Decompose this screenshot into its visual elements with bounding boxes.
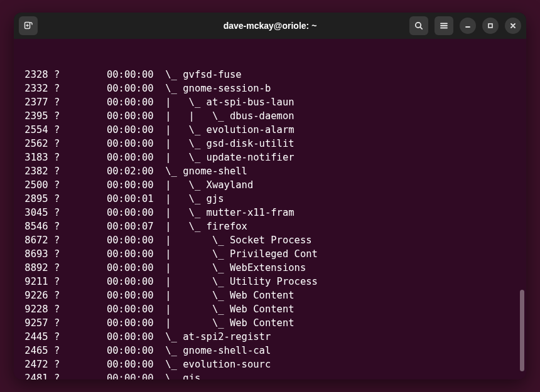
pid: 9226 bbox=[19, 289, 48, 302]
pid: 2395 bbox=[19, 109, 48, 123]
pid: 2377 bbox=[19, 95, 48, 109]
menu-button[interactable] bbox=[435, 16, 453, 35]
process-cmd: | \_ Web Content bbox=[165, 317, 294, 329]
pid: 8546 bbox=[19, 220, 48, 233]
process-row: 9226?00:00:00| \_ Web Content bbox=[19, 289, 521, 302]
pid: 8672 bbox=[19, 233, 48, 247]
process-row: 9211?00:00:00| \_ Utility Process bbox=[19, 275, 521, 289]
close-button[interactable] bbox=[505, 18, 521, 34]
process-row: 2472?00:00:00\_ evolution-sourc bbox=[19, 358, 521, 371]
tty: ? bbox=[48, 178, 60, 192]
process-cmd: | \_ Xwayland bbox=[165, 179, 253, 191]
process-row: 2332?00:00:00\_ gnome-session-b bbox=[19, 82, 521, 95]
process-cmd: | \_ Socket Process bbox=[165, 235, 311, 246]
scrollbar-thumb[interactable] bbox=[520, 290, 524, 371]
cpu-time: 00:00:00 bbox=[107, 330, 154, 344]
process-row: 2500?00:00:00| \_ Xwayland bbox=[19, 178, 521, 192]
pid: 2445 bbox=[19, 330, 48, 344]
tty: ? bbox=[48, 302, 60, 316]
pid: 2895 bbox=[19, 192, 48, 206]
process-row: 2395?00:00:00| | \_ dbus-daemon bbox=[19, 109, 521, 123]
process-row: 2562?00:00:00| \_ gsd-disk-utilit bbox=[19, 137, 521, 151]
tty: ? bbox=[48, 261, 60, 275]
process-row: 3183?00:00:00| \_ update-notifier bbox=[19, 151, 521, 164]
pid: 2481 bbox=[19, 371, 48, 379]
pid: 2554 bbox=[19, 123, 48, 137]
pid: 9257 bbox=[19, 316, 48, 330]
close-icon bbox=[509, 21, 517, 30]
process-row: 8672?00:00:00| \_ Socket Process bbox=[19, 233, 521, 247]
cpu-time: 00:00:00 bbox=[107, 233, 154, 247]
cpu-time: 00:00:00 bbox=[107, 109, 154, 123]
hamburger-icon bbox=[439, 21, 449, 31]
new-tab-button[interactable] bbox=[19, 16, 38, 35]
tty: ? bbox=[48, 275, 60, 289]
terminal-window: dave-mckay@oriole: ~ bbox=[14, 13, 526, 379]
process-cmd: \_ gnome-session-b bbox=[165, 83, 271, 94]
new-tab-icon bbox=[23, 21, 33, 31]
tty: ? bbox=[48, 289, 60, 302]
process-cmd: \_ evolution-sourc bbox=[165, 359, 271, 370]
titlebar: dave-mckay@oriole: ~ bbox=[14, 13, 526, 39]
cpu-time: 00:00:00 bbox=[107, 371, 154, 379]
process-cmd: | \_ firefox bbox=[165, 221, 247, 232]
process-cmd: | \_ WebExtensions bbox=[165, 262, 306, 273]
process-cmd: \_ gnome-shell-cal bbox=[165, 345, 271, 356]
tty: ? bbox=[48, 109, 60, 123]
cpu-time: 00:00:01 bbox=[107, 192, 154, 206]
tty: ? bbox=[48, 68, 60, 82]
tty: ? bbox=[48, 247, 60, 261]
tty: ? bbox=[48, 316, 60, 330]
process-cmd: \_ gvfsd-fuse bbox=[165, 69, 241, 80]
process-cmd: | \_ Privileged Cont bbox=[165, 248, 318, 260]
process-cmd: | \_ at-spi-bus-laun bbox=[165, 97, 294, 108]
cpu-time: 00:00:00 bbox=[107, 302, 154, 316]
process-cmd: | \_ evolution-alarm bbox=[165, 124, 294, 135]
tty: ? bbox=[48, 192, 60, 206]
cpu-time: 00:02:00 bbox=[107, 164, 154, 178]
pid: 8892 bbox=[19, 261, 48, 275]
tty: ? bbox=[48, 151, 60, 164]
tty: ? bbox=[48, 233, 60, 247]
process-row: 9228?00:00:00| \_ Web Content bbox=[19, 302, 521, 316]
pid: 2500 bbox=[19, 178, 48, 192]
cpu-time: 00:00:00 bbox=[107, 82, 154, 95]
cpu-time: 00:00:00 bbox=[107, 68, 154, 82]
tty: ? bbox=[48, 220, 60, 233]
maximize-icon bbox=[486, 21, 495, 30]
pid: 3183 bbox=[19, 151, 48, 164]
pid: 2332 bbox=[19, 82, 48, 95]
process-row: 2328?00:00:00\_ gvfsd-fuse bbox=[19, 68, 521, 82]
cpu-time: 00:00:00 bbox=[107, 123, 154, 137]
tty: ? bbox=[48, 206, 60, 220]
process-row: 2377?00:00:00| \_ at-spi-bus-laun bbox=[19, 95, 521, 109]
process-row: 2554?00:00:00| \_ evolution-alarm bbox=[19, 123, 521, 137]
process-cmd: \_ gnome-shell bbox=[165, 166, 247, 177]
process-row: 2445?00:00:00\_ at-spi2-registr bbox=[19, 330, 521, 344]
tty: ? bbox=[48, 123, 60, 137]
process-row: 2465?00:00:00\_ gnome-shell-cal bbox=[19, 344, 521, 358]
tty: ? bbox=[48, 344, 60, 358]
search-button[interactable] bbox=[409, 16, 428, 35]
process-cmd: | \_ gjs bbox=[165, 193, 224, 204]
process-row: 2382?00:02:00\_ gnome-shell bbox=[19, 164, 521, 178]
tty: ? bbox=[48, 95, 60, 109]
minimize-icon bbox=[463, 21, 472, 30]
maximize-button[interactable] bbox=[482, 18, 499, 34]
process-cmd: | \_ Web Content bbox=[165, 304, 294, 315]
process-cmd: | \_ gsd-disk-utilit bbox=[165, 138, 294, 149]
terminal-output[interactable]: 2328?00:00:00\_ gvfsd-fuse2332?00:00:00\… bbox=[14, 39, 526, 379]
minimize-button[interactable] bbox=[460, 18, 476, 34]
cpu-time: 00:00:00 bbox=[107, 178, 154, 192]
process-row: 8546?00:00:07| \_ firefox bbox=[19, 220, 521, 233]
cpu-time: 00:00:00 bbox=[107, 289, 154, 302]
process-cmd: | \_ Utility Process bbox=[165, 276, 318, 287]
process-row: 8892?00:00:00| \_ WebExtensions bbox=[19, 261, 521, 275]
tty: ? bbox=[48, 82, 60, 95]
process-cmd: | \_ Web Content bbox=[165, 290, 294, 301]
tty: ? bbox=[48, 137, 60, 151]
pid: 9211 bbox=[19, 275, 48, 289]
pid: 9228 bbox=[19, 302, 48, 316]
pid: 2562 bbox=[19, 137, 48, 151]
tty: ? bbox=[48, 358, 60, 371]
